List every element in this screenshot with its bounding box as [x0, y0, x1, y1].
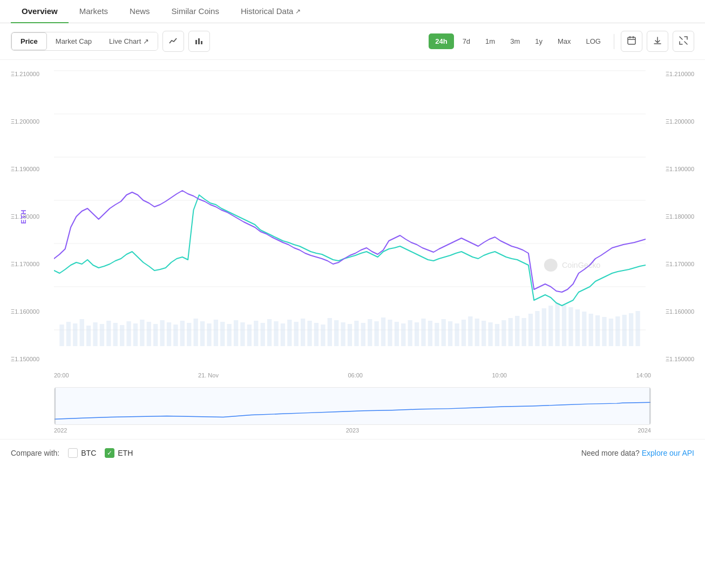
tab-markets[interactable]: Markets: [69, 0, 119, 23]
teal-chart-line: [54, 195, 646, 306]
svg-rect-55: [328, 318, 332, 346]
mini-chart-svg: [55, 388, 650, 424]
bar-chart-icon-button[interactable]: [188, 31, 210, 52]
market-cap-button[interactable]: Market Cap: [47, 32, 100, 50]
time-3m-button[interactable]: 3m: [504, 33, 526, 49]
btc-label: BTC: [81, 449, 96, 457]
download-icon-button[interactable]: [647, 31, 668, 52]
svg-rect-84: [521, 318, 526, 346]
svg-rect-22: [106, 321, 111, 346]
svg-rect-16: [66, 322, 71, 346]
svg-rect-75: [462, 320, 466, 346]
svg-rect-92: [575, 309, 580, 346]
svg-rect-39: [220, 322, 225, 346]
svg-rect-47: [274, 321, 278, 346]
svg-rect-91: [568, 307, 573, 346]
external-link-icon: ↗: [295, 8, 301, 15]
y-label-1: Ξ1.200000: [11, 118, 54, 125]
svg-rect-3: [628, 37, 635, 44]
svg-rect-82: [509, 318, 513, 346]
svg-rect-88: [548, 306, 553, 346]
svg-rect-49: [287, 320, 292, 346]
svg-rect-37: [207, 323, 211, 346]
y-label-right-6: Ξ1.150000: [646, 356, 694, 362]
svg-rect-96: [602, 317, 606, 346]
tab-overview[interactable]: Overview: [11, 0, 69, 23]
svg-rect-24: [120, 325, 124, 346]
svg-rect-20: [93, 322, 97, 346]
expand-icon-button[interactable]: [673, 31, 694, 52]
time-1y-button[interactable]: 1y: [528, 33, 549, 49]
purple-chart-line: [54, 191, 646, 292]
mini-year-2024: 2024: [638, 427, 651, 434]
svg-rect-68: [415, 322, 419, 346]
y-label-right-0: Ξ1.210000: [646, 71, 694, 77]
tab-similar-coins[interactable]: Similar Coins: [161, 0, 230, 23]
svg-rect-70: [428, 321, 432, 346]
tab-news[interactable]: News: [119, 0, 161, 23]
svg-rect-18: [80, 319, 84, 346]
svg-rect-54: [321, 325, 325, 346]
svg-rect-30: [160, 320, 164, 346]
svg-text:CoinGecko: CoinGecko: [562, 261, 601, 269]
eth-checkbox[interactable]: ✓: [105, 448, 114, 458]
svg-rect-63: [381, 317, 385, 346]
svg-rect-48: [281, 323, 285, 346]
y-label-4: Ξ1.170000: [11, 261, 54, 267]
y-label-3: Ξ1.180000: [11, 213, 54, 220]
svg-rect-27: [140, 320, 144, 346]
y-label-5: Ξ1.160000: [11, 308, 54, 315]
svg-rect-95: [595, 315, 600, 346]
time-24h-button[interactable]: 24h: [429, 33, 453, 49]
time-1m-button[interactable]: 1m: [479, 33, 501, 49]
y-label-0: Ξ1.210000: [11, 71, 54, 77]
main-chart-svg: CoinGecko: [54, 65, 646, 368]
view-button-group: Price Market Cap Live Chart ↗: [11, 32, 158, 51]
watermark-group: CoinGecko: [544, 259, 601, 272]
svg-rect-41: [234, 320, 238, 346]
btc-checkbox[interactable]: [68, 448, 78, 458]
calendar-icon-button[interactable]: [621, 31, 642, 52]
svg-rect-26: [133, 323, 138, 346]
svg-rect-83: [515, 316, 519, 346]
svg-rect-0: [195, 40, 197, 44]
svg-point-102: [544, 259, 558, 272]
tab-historical-data[interactable]: Historical Data ↗: [230, 0, 312, 23]
svg-rect-67: [408, 320, 412, 346]
eth-checkbox-item[interactable]: ✓ ETH: [105, 448, 133, 458]
svg-rect-56: [334, 320, 338, 346]
time-max-button[interactable]: Max: [551, 33, 578, 49]
svg-rect-99: [622, 315, 627, 346]
time-7d-button[interactable]: 7d: [456, 33, 477, 49]
svg-rect-60: [361, 323, 365, 346]
mini-year-2023: 2023: [346, 427, 359, 434]
svg-rect-32: [173, 325, 178, 346]
line-chart-icon-button[interactable]: [162, 31, 184, 52]
svg-rect-33: [180, 321, 185, 346]
explore-api-link[interactable]: Explore our API: [642, 449, 694, 457]
btc-checkbox-item[interactable]: BTC: [68, 448, 96, 458]
svg-rect-53: [314, 323, 318, 346]
svg-rect-38: [214, 320, 218, 346]
svg-rect-62: [374, 321, 378, 346]
volume-bars: [59, 303, 640, 346]
svg-rect-97: [609, 319, 613, 346]
mini-year-2022: 2022: [54, 427, 67, 434]
svg-rect-17: [73, 323, 77, 346]
x-axis: 20:00 21. Nov 06:00 10:00 14:00: [11, 368, 694, 379]
svg-rect-21: [100, 324, 104, 346]
eth-y-axis-label: ETH: [20, 209, 28, 224]
svg-rect-28: [147, 322, 151, 346]
svg-rect-66: [401, 323, 405, 346]
y-label-right-4: Ξ1.170000: [646, 261, 694, 267]
svg-rect-78: [482, 321, 486, 346]
svg-rect-76: [468, 316, 472, 346]
bottom-section: Compare with: BTC ✓ ETH Need more data? …: [0, 439, 705, 467]
price-button[interactable]: Price: [11, 32, 47, 50]
svg-rect-57: [341, 322, 345, 346]
time-log-button[interactable]: LOG: [580, 33, 607, 49]
live-chart-button[interactable]: Live Chart ↗: [100, 32, 158, 50]
y-label-right-2: Ξ1.190000: [646, 166, 694, 172]
tab-historical-data-label: Historical Data: [241, 6, 294, 16]
svg-rect-43: [247, 325, 252, 346]
